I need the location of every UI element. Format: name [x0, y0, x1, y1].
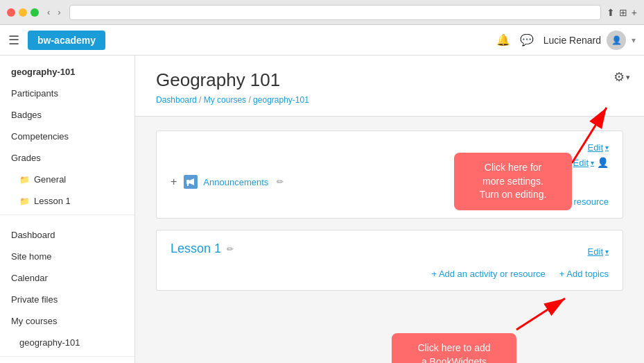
section-lesson1-top: Lesson 1 ✏ Edit ▾ — [171, 242, 609, 262]
breadcrumb-sep1: / — [199, 95, 204, 105]
announcements-icon — [184, 175, 198, 189]
user-dropdown-arrow: ▾ — [632, 35, 636, 45]
new-tab-button[interactable]: ⊞ — [619, 7, 627, 18]
svg-rect-1 — [187, 184, 189, 186]
edit-user-row: Edit ▾ 👤 — [573, 157, 609, 168]
sidebar-item-calendar[interactable]: Calendar — [0, 267, 134, 289]
gear-icon: ⚙ — [613, 69, 625, 85]
lesson1-title: Lesson 1 — [171, 242, 221, 256]
breadcrumb-dashboard[interactable]: Dashboard — [156, 95, 197, 105]
megaphone-icon — [186, 177, 195, 187]
announcements-row: + Announcements ✏ — [171, 175, 609, 189]
sidebar-item-dashboard[interactable]: Dashboard — [0, 224, 134, 246]
topnav-right: 🔔 💬 Lucie Renard 👤 ▾ — [496, 31, 636, 50]
course-content: Edit ▾ Edit ▾ 👤 — [135, 117, 644, 316]
edit-caret-general: ▾ — [605, 144, 609, 151]
sidebar-item-grades[interactable]: Grades — [0, 147, 134, 169]
sidebar-divider — [0, 214, 134, 221]
user-name: Lucie Renard — [543, 35, 601, 46]
sidebar-divider-2 — [0, 356, 134, 363]
traffic-lights — [7, 8, 39, 17]
user-icon: 👤 — [597, 157, 609, 168]
add-resource-link-general[interactable]: + Add an activity or resource — [495, 196, 609, 207]
messages-icon[interactable]: 💬 — [520, 33, 534, 47]
traffic-light-green — [31, 8, 39, 17]
edit-row-1: Edit ▾ — [588, 142, 609, 153]
nav-buttons: ‹ › — [44, 6, 64, 19]
forward-button[interactable]: › — [55, 6, 63, 19]
back-button[interactable]: ‹ — [44, 6, 53, 19]
traffic-light-red — [7, 8, 15, 17]
sidebar-item-mycourses[interactable]: My courses — [0, 310, 134, 332]
plus-button-general[interactable]: + — [171, 176, 177, 188]
breadcrumb-mycourses[interactable]: My courses — [204, 95, 246, 105]
lesson1-bottom-actions: + Add an activity or resource + Add topi… — [171, 269, 609, 279]
app: ☰ bw-academy 🔔 💬 Lucie Renard 👤 ▾ geogra… — [0, 25, 644, 363]
edit-button-general[interactable]: Edit ▾ — [588, 142, 609, 153]
tooltip-bookwidgets-text: Click here to adda BookWidgetsexercise. — [417, 342, 490, 363]
lesson1-pencil-icon[interactable]: ✏ — [227, 244, 234, 254]
breadcrumb: Dashboard / My courses / geography-101 — [156, 95, 623, 105]
add-resource-link-lesson1[interactable]: + Add an activity or resource — [431, 269, 545, 279]
add-topics-link[interactable]: + Add topics — [559, 269, 609, 279]
browser-actions: ⬆ ⊞ + — [607, 7, 637, 18]
sidebar-item-participants[interactable]: Participants — [0, 83, 134, 104]
gear-settings-button[interactable]: ⚙ ▾ — [613, 69, 630, 85]
main-area: geography-101 Participants Badges Compet… — [0, 56, 644, 363]
sidebar-item-privatefiles[interactable]: Private files — [0, 289, 134, 310]
svg-rect-0 — [186, 180, 189, 184]
section-general-top: Edit ▾ Edit ▾ 👤 — [171, 142, 609, 168]
content-header: Geography 101 Dashboard / My courses / g… — [135, 56, 644, 117]
tooltip-bookwidgets: Click here to adda BookWidgetsexercise. — [392, 333, 516, 363]
sidebar-item-geography101-title[interactable]: geography-101 — [0, 61, 134, 83]
edit-user-caret: ▾ — [591, 159, 594, 167]
section-general-actions: Edit ▾ Edit ▾ 👤 — [573, 142, 609, 168]
sidebar-item-badges[interactable]: Badges — [0, 104, 134, 126]
content-area: Geography 101 Dashboard / My courses / g… — [135, 56, 644, 363]
sidebar-item-sitehome[interactable]: Site home — [0, 246, 134, 267]
page-title: Geography 101 — [156, 69, 623, 91]
breadcrumb-geography101[interactable]: geography-101 — [253, 95, 309, 105]
edit-button-lesson1[interactable]: Edit ▾ — [588, 246, 609, 257]
sidebar-item-lesson1[interactable]: 📁 Lesson 1 — [0, 190, 134, 212]
edit-caret-lesson1: ▾ — [605, 248, 609, 255]
avatar: 👤 — [607, 31, 626, 50]
folder-icon-general: 📁 — [19, 175, 30, 185]
gear-dropdown-arrow: ▾ — [626, 73, 630, 82]
share-button[interactable]: ⬆ — [607, 7, 615, 18]
user-menu[interactable]: Lucie Renard 👤 ▾ — [543, 31, 636, 50]
sidebar-item-competencies[interactable]: Competencies — [0, 126, 134, 147]
notifications-icon[interactable]: 🔔 — [496, 33, 510, 47]
lesson1-title-row: Lesson 1 ✏ — [171, 242, 234, 256]
pencil-icon[interactable]: ✏ — [277, 177, 284, 187]
hamburger-menu[interactable]: ☰ — [8, 33, 19, 48]
sidebar-item-general[interactable]: 📁 General — [0, 169, 134, 190]
browser-chrome: ‹ › ⬆ ⊞ + — [0, 0, 644, 25]
section-general: Edit ▾ Edit ▾ 👤 — [156, 130, 623, 219]
sidebar: geography-101 Participants Badges Compet… — [0, 56, 135, 363]
add-tab-button[interactable]: + — [632, 7, 637, 18]
address-bar[interactable] — [69, 5, 601, 20]
announcements-link[interactable]: Announcements — [203, 177, 268, 187]
edit-user-button[interactable]: Edit ▾ — [573, 158, 594, 168]
sidebar-item-geography101-link[interactable]: geography-101 — [0, 332, 134, 353]
section-lesson1: Lesson 1 ✏ Edit ▾ + Add an activity or r… — [156, 230, 623, 291]
traffic-light-yellow — [19, 8, 27, 17]
folder-icon-lesson1: 📁 — [19, 196, 30, 206]
brand-logo[interactable]: bw-academy — [28, 31, 105, 50]
top-navigation: ☰ bw-academy 🔔 💬 Lucie Renard 👤 ▾ — [0, 25, 644, 56]
